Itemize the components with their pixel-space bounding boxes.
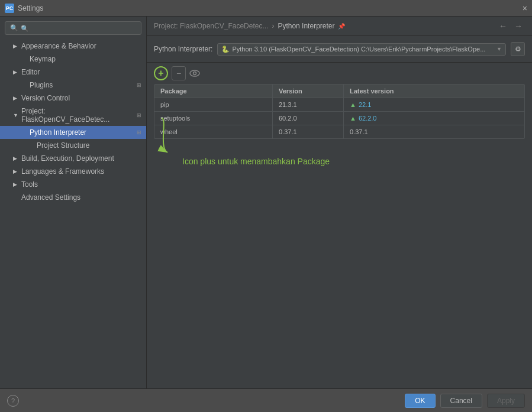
cancel-button[interactable]: Cancel: [440, 394, 482, 408]
arrow-icon: ▶: [13, 155, 19, 161]
bottom-bar-right: OK Cancel Apply: [405, 394, 525, 408]
search-icon: 🔍: [10, 24, 18, 32]
bottom-bar-left: ?: [7, 395, 19, 407]
nav-back-button[interactable]: ←: [496, 21, 510, 31]
pin-icon: 📌: [338, 23, 345, 30]
package-latest: ▲62.2.0: [344, 112, 524, 125]
sidebar-item-languages[interactable]: ▶ Languages & Frameworks: [0, 165, 146, 178]
package-table: Package Version Latest version pip 21.3.…: [154, 84, 525, 139]
sidebar-item-plugins[interactable]: Plugins ⊞: [0, 79, 146, 92]
sidebar-item-label: Version Control: [21, 94, 70, 102]
sidebar-item-label: Python Interpreter: [30, 128, 86, 137]
arrow-icon: ▶: [13, 181, 19, 187]
external-icon: ⊞: [137, 112, 141, 118]
svg-point-0: [190, 70, 199, 76]
sidebar-item-editor[interactable]: ▶ Editor: [0, 66, 146, 79]
sidebar-item-tools[interactable]: ▶ Tools: [0, 178, 146, 191]
ok-button[interactable]: OK: [405, 394, 435, 408]
package-version: 60.2.0: [273, 112, 344, 125]
help-button[interactable]: ?: [7, 395, 19, 407]
apply-button[interactable]: Apply: [487, 394, 525, 408]
breadcrumb-nav: ← →: [496, 21, 525, 31]
show-details-button[interactable]: [189, 70, 200, 77]
interpreter-section: Python Interpreter: 🐍 Python 3.10 (Flask…: [147, 36, 532, 63]
arrow-icon: ▶: [13, 69, 19, 75]
content-area: Project: FlaskOpenCV_FaceDetec... › Pyth…: [147, 17, 532, 388]
search-input[interactable]: [21, 25, 136, 32]
nav-forward-button[interactable]: →: [512, 21, 525, 31]
title-bar: PC Settings ×: [0, 0, 532, 17]
sidebar-item-label: Advanced Settings: [21, 193, 80, 202]
annotation-text: Icon plus untuk menambahkan Package: [182, 145, 532, 178]
sidebar-item-label: Plugins: [30, 81, 53, 89]
sidebar-item-label: Appearance & Behavior: [21, 42, 96, 50]
sidebar-item-label: Project: FlaskOpenCV_FaceDetec...: [21, 107, 134, 124]
main-layout: 🔍 ▶ Appearance & Behavior Keymap ▶ Edito…: [0, 17, 532, 388]
add-package-button[interactable]: +: [154, 66, 168, 80]
sidebar-item-version-control[interactable]: ▶ Version Control: [0, 92, 146, 105]
annotation-arrow: [150, 112, 197, 160]
dropdown-arrow-icon: ▼: [496, 46, 502, 52]
search-box[interactable]: 🔍: [5, 21, 141, 35]
sidebar-item-advanced[interactable]: Advanced Settings: [0, 191, 146, 204]
arrow-icon: ▼: [13, 112, 19, 118]
sidebar-item-python-interpreter[interactable]: Python Interpreter ⊞: [0, 126, 146, 139]
interpreter-value: Python 3.10 (FlaskOpenCV_FaceDetection) …: [232, 46, 494, 53]
sidebar-item-appearance[interactable]: ▶ Appearance & Behavior: [0, 40, 146, 53]
arrow-icon: ▶: [13, 168, 19, 174]
gear-icon: ⚙: [515, 45, 521, 53]
annotation-container: Icon plus untuk menambahkan Package: [147, 145, 532, 178]
external-icon: ⊞: [137, 82, 141, 88]
sidebar: 🔍 ▶ Appearance & Behavior Keymap ▶ Edito…: [0, 17, 147, 388]
package-toolbar: + −: [147, 63, 532, 84]
package-latest: 0.37.1: [344, 125, 524, 138]
arrow-icon: ▶: [13, 95, 19, 101]
table-row[interactable]: wheel 0.37.1 0.37.1: [154, 125, 524, 138]
package-version: 0.37.1: [273, 125, 344, 138]
sidebar-item-label: Keymap: [30, 55, 56, 63]
table-header: Package Version Latest version: [154, 85, 524, 98]
bottom-bar: ? OK Cancel Apply: [0, 388, 532, 412]
remove-package-button[interactable]: −: [172, 66, 186, 80]
column-header-latest: Latest version: [344, 85, 524, 98]
close-button[interactable]: ×: [523, 4, 527, 13]
package-version: 21.3.1: [273, 98, 344, 111]
interpreter-label: Python Interpreter:: [154, 45, 212, 53]
external-icon: ⊞: [137, 129, 141, 135]
svg-point-1: [194, 72, 196, 75]
sidebar-item-label: Languages & Frameworks: [21, 167, 104, 176]
app-icon: PC: [5, 4, 14, 13]
breadcrumb-current: Python Interpreter: [278, 22, 334, 30]
arrow-icon: ▶: [13, 43, 19, 49]
window-title: Settings: [18, 4, 43, 12]
sidebar-item-build[interactable]: ▶ Build, Execution, Deployment: [0, 152, 146, 165]
package-name: pip: [154, 98, 273, 111]
sidebar-item-label: Build, Execution, Deployment: [21, 154, 114, 163]
python-icon: 🐍: [221, 46, 230, 53]
interpreter-gear-button[interactable]: ⚙: [511, 42, 525, 56]
breadcrumb-separator: ›: [272, 22, 274, 30]
sidebar-item-label: Editor: [21, 68, 40, 76]
sidebar-item-project[interactable]: ▼ Project: FlaskOpenCV_FaceDetec... ⊞: [0, 105, 146, 126]
sidebar-item-project-structure[interactable]: Project Structure: [0, 139, 146, 152]
sidebar-item-label: Project Structure: [37, 141, 89, 150]
sidebar-item-label: Tools: [21, 180, 38, 189]
title-bar-left: PC Settings: [5, 4, 43, 13]
breadcrumb: Project: FlaskOpenCV_FaceDetec... › Pyth…: [147, 17, 532, 36]
interpreter-select[interactable]: 🐍 Python 3.10 (FlaskOpenCV_FaceDetection…: [217, 43, 506, 56]
package-latest: ▲22.1: [344, 98, 524, 111]
column-header-package: Package: [154, 85, 273, 98]
package-area: + − Package Version Latest version: [147, 63, 532, 388]
table-row[interactable]: pip 21.3.1 ▲22.1: [154, 98, 524, 112]
breadcrumb-project: Project: FlaskOpenCV_FaceDetec...: [154, 22, 268, 30]
table-row[interactable]: setuptools 60.2.0 ▲62.2.0: [154, 112, 524, 125]
sidebar-item-keymap[interactable]: Keymap: [0, 53, 146, 66]
column-header-version: Version: [273, 85, 344, 98]
